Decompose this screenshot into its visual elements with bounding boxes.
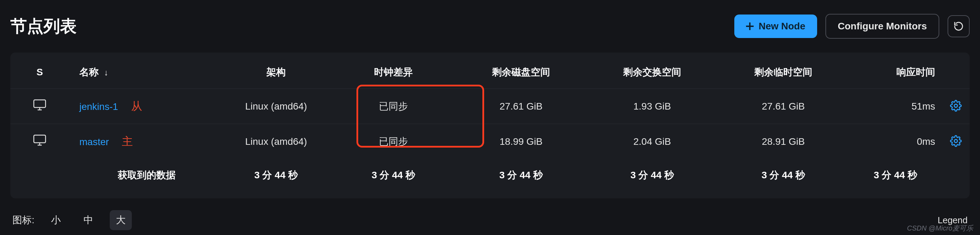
col-swap-header[interactable]: 剩余交换空间: [590, 56, 714, 89]
footer-clock: 3 分 44 秒: [335, 159, 452, 192]
cell-temp: 27.61 GiB: [714, 89, 852, 124]
node-tag: 主: [122, 134, 133, 149]
table-footer-row: 获取到的数据 3 分 44 秒 3 分 44 秒 3 分 44 秒 3 分 44…: [10, 159, 970, 192]
sort-down-icon: ↓: [102, 68, 108, 77]
gear-icon: [950, 135, 962, 147]
col-resp-header[interactable]: 响应时间: [852, 56, 942, 89]
node-tag: 从: [131, 99, 142, 114]
node-table-card: S 名称 ↓ 架构 时钟差异 剩余磁盘空间 剩余交换空间 剩余临时空间 响应时间: [10, 53, 970, 198]
cell-temp: 28.91 GiB: [714, 124, 852, 159]
col-clock-header[interactable]: 时钟差异: [335, 56, 452, 89]
page-title: 节点列表: [10, 15, 76, 37]
size-small[interactable]: 小: [45, 210, 67, 230]
bottom-bar: 图标: 小 中 大 Legend: [10, 198, 970, 230]
col-disk-header[interactable]: 剩余磁盘空间: [452, 56, 590, 89]
cell-swap: 1.93 GiB: [590, 89, 714, 124]
node-table: S 名称 ↓ 架构 时钟差异 剩余磁盘空间 剩余交换空间 剩余临时空间 响应时间: [10, 56, 970, 192]
svg-point-7: [954, 139, 957, 142]
cell-arch: Linux (amd64): [217, 124, 335, 159]
footer-resp: 3 分 44 秒: [852, 159, 942, 192]
col-name-header[interactable]: 名称 ↓: [69, 56, 217, 89]
configure-monitors-button[interactable]: Configure Monitors: [826, 14, 939, 39]
svg-rect-0: [34, 100, 46, 107]
node-settings-button[interactable]: [948, 99, 963, 114]
footer-disk: 3 分 44 秒: [452, 159, 590, 192]
size-large[interactable]: 大: [110, 210, 132, 230]
footer-temp: 3 分 44 秒: [714, 159, 852, 192]
icon-size-picker: 图标: 小 中 大: [13, 210, 132, 230]
footer-arch: 3 分 44 秒: [217, 159, 335, 192]
cell-arch: Linux (amd64): [217, 89, 335, 124]
footer-swap: 3 分 44 秒: [590, 159, 714, 192]
svg-point-3: [954, 104, 957, 107]
table-row[interactable]: master 主 Linux (amd64) 已同步 18.99 GiB 2.0…: [10, 124, 970, 159]
refresh-button[interactable]: [948, 15, 970, 37]
node-link[interactable]: jenkins-1: [80, 101, 118, 112]
new-node-button[interactable]: New Node: [734, 14, 817, 38]
configure-monitors-label: Configure Monitors: [838, 21, 927, 32]
plus-icon: [746, 22, 754, 30]
svg-rect-4: [34, 135, 46, 143]
cell-clock: 已同步: [335, 124, 452, 159]
node-settings-button[interactable]: [948, 134, 963, 149]
icon-size-label: 图标:: [13, 214, 35, 227]
refresh-icon: [953, 21, 964, 32]
cell-clock: 已同步: [335, 89, 452, 124]
col-name-label: 名称: [80, 67, 99, 77]
col-arch-header[interactable]: 架构: [217, 56, 335, 89]
cell-resp: 0ms: [852, 124, 942, 159]
cell-disk: 18.99 GiB: [452, 124, 590, 159]
computer-icon: [33, 134, 46, 149]
cell-disk: 27.61 GiB: [452, 89, 590, 124]
header-actions: New Node Configure Monitors: [734, 14, 970, 39]
col-temp-header[interactable]: 剩余临时空间: [714, 56, 852, 89]
new-node-label: New Node: [759, 21, 805, 32]
size-medium[interactable]: 中: [77, 210, 99, 230]
node-link[interactable]: master: [80, 136, 109, 147]
gear-icon: [950, 100, 962, 112]
table-row[interactable]: jenkins-1 从 Linux (amd64) 已同步 27.61 GiB …: [10, 89, 970, 124]
cell-swap: 2.04 GiB: [590, 124, 714, 159]
col-status-header[interactable]: S: [10, 56, 69, 89]
computer-icon: [33, 99, 46, 114]
footer-label: 获取到的数据: [69, 159, 217, 192]
legend-link[interactable]: Legend: [937, 215, 967, 226]
cell-resp: 51ms: [852, 89, 942, 124]
